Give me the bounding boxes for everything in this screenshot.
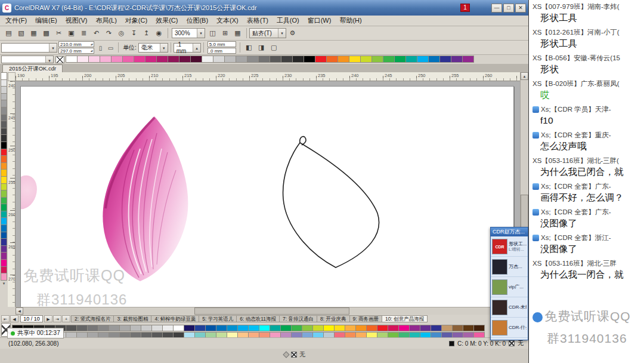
save-icon[interactable]: ▦ [28,27,39,39]
page-canvas[interactable]: 免费试听课QQ 群311940136 [20,86,514,307]
chat-sender[interactable]: Xs;【CDR 全套】重庆- [532,131,643,140]
document-palette-swatch[interactable] [428,56,440,63]
scroll-up-icon[interactable]: ▲ [521,72,528,80]
drawing-area[interactable]: 免费试听课QQ 群311940136 [16,81,520,307]
chat-sender[interactable]: XS【053-116班】湖北-三胖( [532,156,643,165]
document-palette-swatch[interactable] [360,56,372,63]
open-icon[interactable]: ▧ [16,27,27,39]
page-tab-4[interactable]: 6: 动态欢11海报 [236,315,280,322]
fullscreen-preview-icon[interactable]: ◫ [207,27,218,39]
document-palette-swatch[interactable] [202,56,213,63]
chat-sender[interactable]: Xs;【CDR 全套】广东- [532,208,643,217]
page-tab-2[interactable]: 4: 鲜榨牛奶绿豆羹 [151,315,199,322]
document-palette-swatch[interactable] [371,56,383,63]
document-palette-swatch[interactable] [236,56,247,63]
document-palette-swatch[interactable] [156,56,168,63]
export-icon[interactable]: ↥ [141,27,152,39]
document-palette-swatch[interactable] [66,56,78,63]
document-palette-swatch[interactable] [213,56,225,63]
menu-item-6[interactable]: 位图(B) [182,16,212,26]
nudge-distance-field[interactable]: .1 mm ▴ [174,43,201,53]
chat-sender[interactable]: XS【B-056】安徽-蒋传云(15 [532,54,643,63]
chat-sender[interactable]: XS【053-116班】湖北-三胖 [532,259,643,268]
add-page-icon[interactable]: + [62,315,70,322]
horizontal-scroll-thumb[interactable] [194,307,349,315]
document-palette-swatch[interactable] [451,56,463,63]
chat-sender[interactable]: XS【007-979班】湖南-李炜( [532,2,643,11]
qq-group-panel[interactable]: CDR赵万杰... CDR形状工...L:晴转...万杰...vip广...CD… [490,227,528,340]
document-palette-swatch[interactable] [281,56,293,63]
group-member-item[interactable]: CDR形状工...L:晴转... [491,236,528,257]
page-tab-3[interactable]: 5: 学习英语儿 [199,315,237,322]
spinner-icon[interactable]: ▴▾ [91,48,92,54]
page-tab-5[interactable]: 7: 音排汉通白 [279,315,317,322]
petal-outline-drawing[interactable] [269,132,397,276]
page-height-field[interactable]: 297.0 mm ▴▾ [58,48,94,54]
document-palette-swatch[interactable] [179,56,191,63]
paste-icon[interactable]: ≣ [78,27,89,39]
duplicate-x-field[interactable]: 5.0 mm [208,41,236,47]
treat-as-filled-icon[interactable]: ◧ [243,42,255,53]
document-palette-swatch[interactable] [88,56,100,63]
page-tab-8[interactable]: 10: 创意产品海报 [382,315,428,322]
document-palette-swatch[interactable] [270,56,281,63]
document-palette-swatch[interactable] [383,56,395,63]
cut-icon[interactable]: ✂ [53,27,64,39]
menu-item-2[interactable]: 视图(V) [61,16,92,26]
redo-icon[interactable]: ↷ [103,27,114,39]
document-palette-swatch[interactable] [224,56,236,63]
palette-preset-combo[interactable]: ▾ [1,56,54,63]
notification-badge[interactable]: 1 [460,4,470,12]
units-select[interactable]: 毫米 ▾ [138,43,168,53]
spinner-icon[interactable]: ▴ [193,44,200,52]
document-palette-swatch[interactable] [439,56,451,63]
menu-item-7[interactable]: 文本(X) [212,16,243,26]
document-palette-swatch[interactable] [122,56,134,63]
document-palette-swatch[interactable] [100,56,112,63]
no-color-swatch[interactable] [55,56,64,63]
qq-group-panel-title[interactable]: CDR赵万杰... [491,227,528,236]
last-page-icon[interactable]: ⇥ [53,315,61,322]
show-rulers-icon[interactable]: ⊞ [219,27,231,39]
document-palette-swatch[interactable] [304,56,315,63]
show-bleed-icon[interactable]: ◨ [256,42,267,53]
document-palette-swatch[interactable] [247,56,259,63]
menu-item-5[interactable]: 效果(C) [151,16,182,26]
minimize-button[interactable]: — [491,4,502,13]
menu-item-9[interactable]: 工具(O) [273,16,304,26]
menu-item-4[interactable]: 对象(C) [121,16,151,26]
document-palette-swatch[interactable] [315,56,327,63]
document-palette-swatch[interactable] [145,56,157,63]
chat-sender[interactable]: XS【B-020班】广东-蔡丽凤( [532,79,643,88]
chat-sender[interactable]: Xs;【CDR 全套】浙江- [532,233,643,242]
options-icon[interactable]: ⚙ [287,27,298,39]
ruler-origin-corner[interactable] [8,72,16,81]
document-palette-swatch[interactable] [417,56,429,63]
menu-item-10[interactable]: 窗口(W) [304,16,336,26]
chat-panel[interactable]: XS【007-979班】湖南-李炜(形状工具XS【012-261班】河南-小丁(… [528,0,644,363]
document-palette-swatch[interactable] [326,56,338,63]
document-palette-swatch[interactable] [258,56,270,63]
document-palette-swatch[interactable] [292,56,304,63]
petal-fragment-shape[interactable] [20,172,41,213]
page-width-field[interactable]: 210.0 mm ▴▾ [58,41,94,47]
left-palette-swatch[interactable] [1,273,7,281]
menu-item-8[interactable]: 表格(T) [243,16,273,26]
previous-page-icon[interactable]: ◀ [10,315,18,322]
menu-item-0[interactable]: 文件(F) [1,16,31,26]
close-button[interactable]: ✕ [515,4,526,13]
import-icon[interactable]: ↧ [128,27,140,39]
palette-scroll-down-icon[interactable]: ▾ [3,281,5,286]
document-palette-swatch[interactable] [77,56,89,63]
document-tab[interactable]: 2015公开课OK.cdr [2,64,63,72]
new-document-icon[interactable]: ▤ [3,27,14,39]
document-palette-swatch[interactable] [349,56,361,63]
page-tab-6[interactable]: 8: 开业庆典 [317,315,349,322]
menu-item-1[interactable]: 编辑(E) [31,16,61,26]
page-tab-1[interactable]: 3: 裁剪绘图精 [113,315,151,322]
group-member-item[interactable]: 万杰... [491,257,528,277]
document-palette-swatch[interactable] [338,56,349,63]
chat-sender[interactable]: XS【012-261班】河南-小丁( [532,28,643,37]
zoom-level-select[interactable]: 300% ▾ [172,28,205,38]
document-palette-swatch[interactable] [462,56,474,63]
